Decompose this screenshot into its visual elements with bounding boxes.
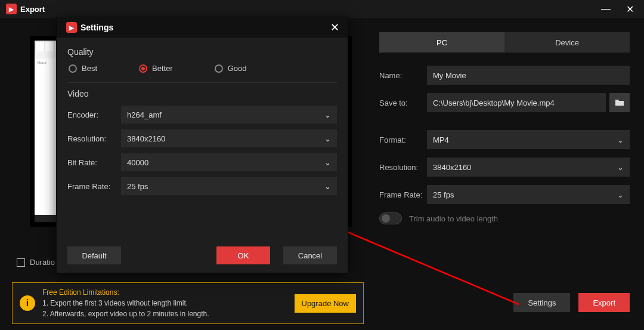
saveto-label: Save to: bbox=[379, 98, 427, 107]
quality-heading: Quality bbox=[67, 47, 337, 57]
chevron-down-icon: ⌄ bbox=[324, 158, 331, 167]
chevron-down-icon: ⌄ bbox=[324, 134, 331, 143]
encoder-label: Encoder: bbox=[67, 110, 121, 119]
app-icon: ▶ bbox=[66, 22, 77, 33]
notice-heading: Free Edition Limitations: bbox=[42, 287, 287, 298]
modal-res-label: Resolution: bbox=[67, 134, 121, 143]
duration-icon bbox=[17, 258, 25, 267]
bitrate-select[interactable]: 40000⌄ bbox=[121, 153, 337, 171]
free-edition-notice: i Free Edition Limitations: 1. Export th… bbox=[12, 282, 364, 324]
folder-icon bbox=[615, 99, 624, 106]
default-button[interactable]: Default bbox=[67, 246, 121, 264]
window-title: Export bbox=[20, 5, 45, 14]
chevron-down-icon: ⌄ bbox=[617, 135, 624, 144]
upgrade-button[interactable]: Upgrade Now bbox=[295, 294, 357, 313]
quality-best-radio[interactable]: Best bbox=[69, 64, 97, 73]
chevron-down-icon: ⌄ bbox=[617, 163, 624, 172]
duration-label: Duratio bbox=[17, 258, 55, 267]
chevron-down-icon: ⌄ bbox=[324, 182, 331, 191]
titlebar: ▶ Export — ✕ bbox=[0, 0, 644, 18]
name-input[interactable]: My Movie bbox=[427, 66, 630, 85]
notice-line1: 1. Export the first 3 videos without len… bbox=[42, 298, 287, 309]
settings-button[interactable]: Settings bbox=[513, 293, 570, 312]
modal-fps-label: Frame Rate: bbox=[67, 182, 121, 191]
platform-tabs: PC Device bbox=[379, 32, 630, 53]
modal-fps-select[interactable]: 25 fps⌄ bbox=[121, 177, 337, 195]
encoder-select[interactable]: h264_amf⌄ bbox=[121, 106, 337, 124]
info-icon: i bbox=[20, 295, 35, 311]
export-panel: PC Device Name: My Movie Save to: C:\Use… bbox=[370, 18, 644, 330]
ok-button[interactable]: OK bbox=[216, 246, 270, 264]
quality-good-radio[interactable]: Good bbox=[215, 64, 247, 73]
close-button[interactable]: ✕ bbox=[618, 0, 642, 18]
modal-res-select[interactable]: 3840x2160⌄ bbox=[121, 129, 337, 147]
trim-audio-label: Trim audio to video length bbox=[409, 214, 498, 223]
chevron-down-icon: ⌄ bbox=[617, 190, 624, 199]
minimize-button[interactable]: — bbox=[594, 0, 618, 18]
fps-select[interactable]: 25 fps⌄ bbox=[427, 185, 630, 204]
res-label: Resolution: bbox=[379, 163, 427, 172]
format-label: Format: bbox=[379, 135, 427, 144]
tab-pc[interactable]: PC bbox=[379, 32, 504, 53]
tab-device[interactable]: Device bbox=[504, 32, 630, 53]
bitrate-label: Bit Rate: bbox=[67, 158, 121, 167]
app-icon: ▶ bbox=[6, 4, 17, 14]
dialog-close-button[interactable]: ✕ bbox=[327, 21, 342, 34]
chevron-down-icon: ⌄ bbox=[324, 110, 331, 119]
settings-dialog: ▶ Settings ✕ Quality Best Better Good Vi… bbox=[56, 17, 348, 273]
fps-label: Frame Rate: bbox=[379, 190, 427, 199]
cancel-button[interactable]: Cancel bbox=[283, 246, 337, 264]
saveto-input[interactable]: C:\Users\bj\Desktop\My Movie.mp4 bbox=[427, 93, 606, 112]
video-heading: Video bbox=[67, 89, 337, 98]
notice-line2: 2. Afterwards, export video up to 2 minu… bbox=[42, 309, 287, 319]
dialog-title: Settings bbox=[80, 23, 113, 32]
name-label: Name: bbox=[379, 71, 427, 80]
res-select[interactable]: 3840x2160⌄ bbox=[427, 158, 630, 177]
trim-audio-toggle[interactable] bbox=[379, 212, 402, 224]
export-button[interactable]: Export bbox=[578, 293, 630, 312]
quality-better-radio[interactable]: Better bbox=[139, 64, 173, 73]
duration-text: Duratio bbox=[30, 258, 55, 267]
browse-button[interactable] bbox=[609, 93, 630, 112]
format-select[interactable]: MP4⌄ bbox=[427, 130, 630, 149]
